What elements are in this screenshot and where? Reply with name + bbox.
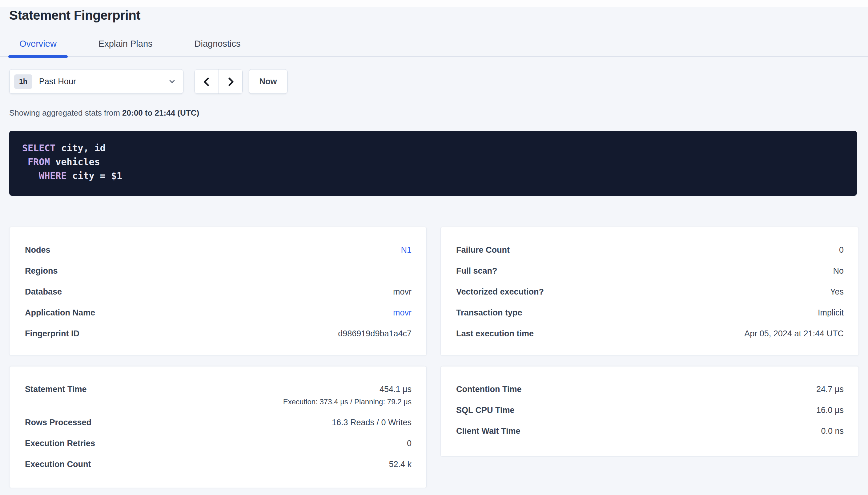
now-button[interactable]: Now (249, 69, 288, 94)
time-picker-row: 1h Past Hour Now (9, 69, 288, 94)
stat-value: d986919d9ba1a4c7 (338, 329, 411, 339)
stat-label: Fingerprint ID (25, 329, 79, 339)
stat-row-vectorized-execution: Vectorized execution?Yes (456, 287, 844, 297)
time-range-dropdown[interactable]: 1h Past Hour (9, 69, 183, 94)
aggregated-stats-range: 20:00 to 21:44 (UTC) (122, 108, 199, 117)
stat-value-link[interactable]: movr (393, 308, 411, 318)
statement-details-card-right: Failure Count0Full scan?NoVectorized exe… (440, 227, 859, 356)
aggregated-stats-prefix: Showing aggregated stats from (9, 108, 122, 117)
sql-text: vehicles (50, 156, 100, 167)
previous-time-button[interactable] (195, 69, 218, 94)
page-title: Statement Fingerprint (9, 8, 141, 23)
stat-value-link[interactable]: N1 (401, 245, 411, 255)
stat-value: 0 (407, 439, 411, 448)
stat-subvalue: Execution: 373.4 µs / Planning: 79.2 µs (25, 397, 411, 407)
stat-label: Transaction type (456, 308, 522, 318)
stat-row-client-wait-time: Client Wait Time0.0 ns (456, 426, 844, 436)
time-range-badge: 1h (14, 74, 32, 89)
stat-label: Contention Time (456, 384, 522, 394)
tab-diagnostics[interactable]: Diagnostics (183, 39, 252, 56)
stat-value: 52.4 k (389, 459, 411, 469)
stat-label: Execution Count (25, 459, 91, 469)
stat-row-execution-retries: Execution Retries0 (25, 439, 411, 448)
stat-value: 24.7 µs (816, 384, 844, 394)
sql-text (22, 156, 28, 167)
stat-label: SQL CPU Time (456, 405, 515, 415)
sql-text (22, 170, 39, 181)
chevron-left-icon (201, 76, 213, 88)
chevron-right-icon (225, 76, 236, 88)
top-strip (0, 0, 868, 7)
stat-value: 454.1 µs (379, 384, 411, 394)
stat-value: 16.0 µs (816, 405, 844, 415)
stat-value: 16.3 Reads / 0 Writes (332, 417, 411, 427)
time-range-label: Past Hour (39, 77, 168, 86)
stat-row-rows-processed: Rows Processed16.3 Reads / 0 Writes (25, 417, 411, 427)
stat-label: Application Name (25, 308, 95, 318)
stat-label: Vectorized execution? (456, 287, 544, 297)
next-time-button[interactable] (218, 69, 242, 94)
stat-row-last-execution-time: Last execution timeApr 05, 2024 at 21:44… (456, 329, 844, 339)
stat-label: Database (25, 287, 62, 297)
stat-row-contention-time: Contention Time24.7 µs (456, 384, 844, 394)
sql-keyword: SELECT (22, 143, 55, 153)
stat-row-regions: Regions (25, 266, 411, 276)
stat-label: Full scan? (456, 266, 497, 276)
stat-row-failure-count: Failure Count0 (456, 245, 844, 255)
chevron-down-icon (168, 77, 176, 86)
stat-label: Execution Retries (25, 439, 95, 448)
stat-value: 0 (839, 245, 844, 255)
stat-value: Apr 05, 2024 at 21:44 UTC (744, 329, 844, 339)
sql-statement-text: SELECT city, id FROM vehicles WHERE city… (22, 141, 844, 183)
stat-label: Rows Processed (25, 417, 92, 427)
stat-label: Nodes (25, 245, 50, 255)
stat-row-nodes: NodesN1 (25, 245, 411, 255)
aggregated-stats-note: Showing aggregated stats from 20:00 to 2… (9, 108, 199, 118)
stat-row-full-scan: Full scan?No (456, 266, 844, 276)
sql-text: city, id (55, 143, 105, 153)
statement-fingerprint-page: Statement Fingerprint OverviewExplain Pl… (0, 0, 868, 495)
stat-label: Last execution time (456, 329, 534, 339)
stat-row-sql-cpu-time: SQL CPU Time16.0 µs (456, 405, 844, 415)
stat-label: Failure Count (456, 245, 510, 255)
stat-value: Implicit (818, 308, 844, 318)
stat-label: Statement Time (25, 384, 87, 394)
stat-row-application-name: Application Namemovr (25, 308, 411, 318)
sql-text: city = $1 (67, 170, 122, 181)
stat-value: Yes (830, 287, 844, 297)
stat-row-database: Databasemovr (25, 287, 411, 297)
stat-label: Client Wait Time (456, 426, 521, 436)
tab-explain-plans[interactable]: Explain Plans (87, 39, 164, 56)
tab-bar: OverviewExplain PlansDiagnostics (0, 36, 868, 57)
stat-label: Regions (25, 266, 58, 276)
statement-details-card-left: NodesN1RegionsDatabasemovrApplication Na… (9, 227, 427, 356)
sql-keyword: FROM (28, 156, 50, 167)
stat-row-fingerprint-id: Fingerprint IDd986919d9ba1a4c7 (25, 329, 411, 339)
stat-value: 0.0 ns (821, 426, 844, 436)
sql-statement-box: SELECT city, id FROM vehicles WHERE city… (9, 131, 857, 196)
stat-row-execution-count: Execution Count52.4 k (25, 459, 411, 469)
tab-overview[interactable]: Overview (8, 39, 68, 56)
stat-row-statement-time: Statement Time454.1 µs (25, 384, 411, 394)
statement-timing-card-left: Statement Time454.1 µsExecution: 373.4 µ… (9, 366, 427, 488)
stat-row-transaction-type: Transaction typeImplicit (456, 308, 844, 318)
statement-timing-card-right: Contention Time24.7 µsSQL CPU Time16.0 µ… (440, 366, 859, 457)
stat-value: movr (393, 287, 411, 297)
time-shift-buttons (195, 69, 243, 94)
sql-keyword: WHERE (39, 170, 66, 181)
stat-value: No (833, 266, 844, 276)
